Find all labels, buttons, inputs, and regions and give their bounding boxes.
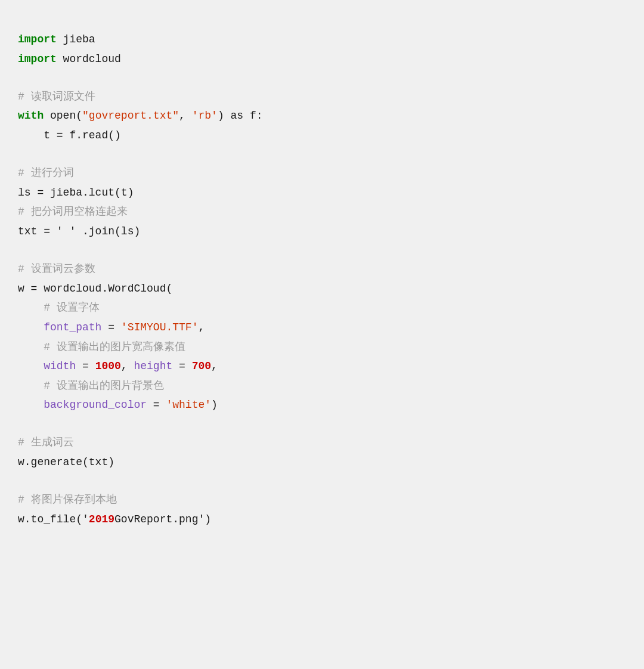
param-font-path: font_path xyxy=(18,321,101,333)
code-eq-font: = xyxy=(101,321,120,333)
param-width: width xyxy=(18,360,76,372)
param-height: height xyxy=(134,360,172,372)
keyword-import-2: import xyxy=(18,53,57,65)
code-comma-width: , xyxy=(121,360,134,372)
code-comma-rb: , xyxy=(179,110,192,122)
code-filename-end: GovReport.png') xyxy=(114,513,211,525)
string-bgcolor-value: 'white' xyxy=(166,399,211,411)
comment-generate: # 生成词云 xyxy=(18,436,74,448)
line-comment-read: # 读取词源文件 xyxy=(18,87,626,107)
param-bgcolor: background_color xyxy=(18,399,147,411)
line-import-jieba: import jieba xyxy=(18,30,626,49)
code-close-paren: ) xyxy=(211,399,218,411)
string-font-value: 'SIMYOU.TTF' xyxy=(121,321,199,333)
code-eq-bgcolor: = xyxy=(147,399,166,411)
line-comment-segment: # 进行分词 xyxy=(18,163,626,183)
module-jieba: jieba xyxy=(57,33,95,45)
comment-segment: # 进行分词 xyxy=(18,167,74,179)
code-t-read: t = f.read() xyxy=(18,129,121,141)
comment-wc-params: # 设置词云参数 xyxy=(18,263,95,275)
line-import-wordcloud: import wordcloud xyxy=(18,49,626,69)
line-lcut: ls = jieba.lcut(t) xyxy=(18,183,626,203)
line-width-height: width = 1000, height = 700, xyxy=(18,357,626,376)
keyword-with: with xyxy=(18,110,44,122)
line-save: w.to_file('2019GovReport.png') xyxy=(18,510,626,529)
code-join: txt = ' ' .join(ls) xyxy=(18,225,140,237)
line-join: txt = ' ' .join(ls) xyxy=(18,222,626,241)
code-to-file: w.to_file(' xyxy=(18,513,89,525)
comment-dimensions: # 设置输出的图片宽高像素值 xyxy=(18,341,185,353)
code-wc-init: w = wordcloud.WordCloud( xyxy=(18,283,172,295)
line-bgcolor: background_color = 'white') xyxy=(18,395,626,415)
code-open: open( xyxy=(44,110,82,122)
blank-line-4 xyxy=(18,415,626,433)
code-comma-font: , xyxy=(198,321,205,333)
number-width: 1000 xyxy=(95,360,121,372)
comment-read-file: # 读取词源文件 xyxy=(18,91,95,103)
line-wc-init: w = wordcloud.WordCloud( xyxy=(18,279,626,299)
code-generate: w.generate(txt) xyxy=(18,456,114,468)
line-font-path: font_path = 'SIMYOU.TTF', xyxy=(18,318,626,337)
line-comment-generate: # 生成词云 xyxy=(18,433,626,453)
code-eq-height: = xyxy=(172,360,191,372)
blank-line-1 xyxy=(18,69,626,87)
comment-font: # 设置字体 xyxy=(18,302,100,314)
code-as-f: ) as f: xyxy=(218,110,263,122)
line-comment-dimensions: # 设置输出的图片宽高像素值 xyxy=(18,337,626,357)
keyword-import-1: import xyxy=(18,33,57,45)
code-comma-height: , xyxy=(211,360,218,372)
comment-save: # 将图片保存到本地 xyxy=(18,494,117,506)
blank-line-2 xyxy=(18,145,626,164)
line-comment-font: # 设置字体 xyxy=(18,298,626,318)
comment-join: # 把分词用空格连起来 xyxy=(18,206,128,218)
line-comment-save: # 将图片保存到本地 xyxy=(18,490,626,510)
line-comment-join: # 把分词用空格连起来 xyxy=(18,202,626,222)
line-comment-bgcolor: # 设置输出的图片背景色 xyxy=(18,376,626,396)
line-with-open: with open("govreport.txt", 'rb') as f: xyxy=(18,106,626,126)
string-filename: "govreport.txt" xyxy=(82,110,179,122)
code-editor: import jieba import wordcloud # 读取词源文件 w… xyxy=(12,18,632,541)
module-wordcloud: wordcloud xyxy=(57,53,121,65)
blank-line-3 xyxy=(18,241,626,260)
comment-bgcolor: # 设置输出的图片背景色 xyxy=(18,380,164,392)
number-height: 700 xyxy=(192,360,211,372)
blank-line-5 xyxy=(18,472,626,491)
line-generate: w.generate(txt) xyxy=(18,453,626,472)
number-year: 2019 xyxy=(89,513,114,525)
string-rb: 'rb' xyxy=(192,110,218,122)
line-read: t = f.read() xyxy=(18,126,626,145)
line-comment-wc-params: # 设置词云参数 xyxy=(18,259,626,279)
code-lcut: ls = jieba.lcut(t) xyxy=(18,187,134,199)
code-eq-width: = xyxy=(76,360,95,372)
